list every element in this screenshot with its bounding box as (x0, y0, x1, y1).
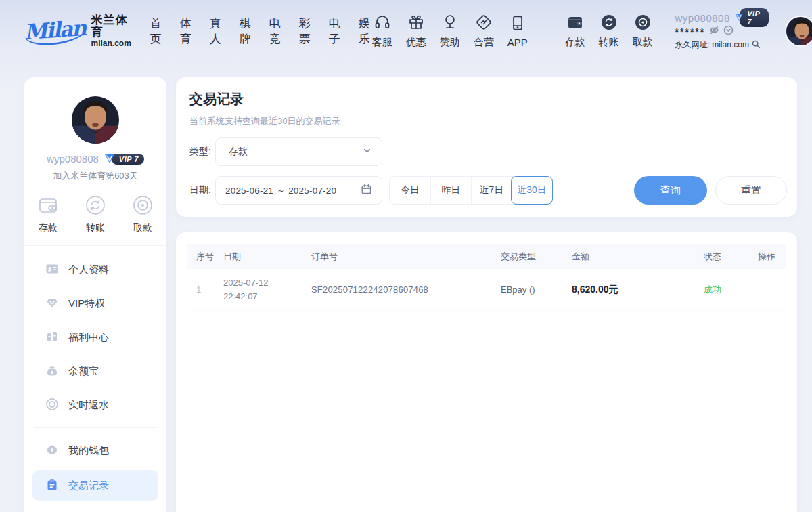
partnership-button[interactable]: 合营 (472, 14, 496, 49)
transfer-label: 转账 (599, 36, 619, 49)
nav-esports[interactable]: 电竞 (269, 16, 281, 47)
username: wyp080808 (675, 12, 730, 24)
brand-domain: milan.com (91, 39, 131, 48)
sidebar-divider (34, 427, 157, 428)
profile-avatar[interactable] (70, 95, 120, 145)
nav-sports[interactable]: 体育 (180, 16, 191, 47)
range-7days-button[interactable]: 近7日 (471, 177, 512, 204)
col-date: 日期 (214, 251, 302, 263)
row-time: 22:42:07 (223, 290, 302, 303)
sidebar-item-profile-label: 个人资料 (68, 263, 109, 276)
sidebar-item-vip[interactable]: VIP特权 (24, 286, 166, 320)
gem-badge-icon (45, 296, 59, 312)
masked-balance: ****** (675, 26, 706, 37)
range-today-button[interactable]: 今日 (390, 177, 430, 204)
withdraw-button[interactable]: 取款 (631, 14, 655, 49)
date-label: 日期: (189, 184, 215, 196)
query-button[interactable]: 查询 (634, 176, 707, 205)
page-title: 交易记录 (189, 90, 787, 108)
col-order-no: 订单号 (302, 251, 491, 263)
sidebar-deposit-label: 存款 (39, 222, 58, 234)
sidebar-deposit-button[interactable]: 存款 (24, 194, 72, 234)
join-days-text: 加入米兰体育第603天 (24, 170, 166, 182)
balance-dropdown-icon[interactable] (723, 25, 734, 38)
phone-icon (509, 14, 526, 34)
vip-gem-icon (734, 12, 744, 24)
sidebar-transfer-button[interactable]: 转账 (72, 194, 119, 234)
range-yesterday-button[interactable]: 昨日 (430, 177, 471, 204)
reset-button[interactable]: 重置 (715, 176, 787, 205)
date-range-input[interactable]: 2025-06-21 ~ 2025-07-20 (215, 176, 382, 205)
type-select-value: 存款 (229, 146, 248, 158)
permanent-url-label: 永久网址: milan.com (675, 39, 749, 51)
brand-logo[interactable]: Milan 米兰体育 milan.com (24, 14, 131, 49)
sidebar-item-profile[interactable]: 个人资料 (24, 253, 166, 286)
profile-name-row: wyp080808 VIP 7 (24, 153, 166, 165)
coin-outline-icon (132, 194, 154, 218)
col-type: 交易类型 (491, 251, 562, 263)
wallet-icon (566, 14, 584, 33)
deposit-button[interactable]: 存款 (563, 14, 587, 49)
sidebar-withdraw-button[interactable]: 取款 (119, 194, 166, 234)
promo-button[interactable]: 优惠 (404, 14, 428, 49)
nav-live[interactable]: 真人 (210, 16, 221, 47)
table-row: 1 2025-07-12 22:42:07 SF2025071222420786… (187, 269, 786, 311)
customer-service-button[interactable]: 客服 (370, 14, 394, 49)
brand-name-cn: 米兰体育 (91, 14, 131, 39)
sidebar-transfer-label: 转账 (86, 222, 105, 234)
sidebar-item-yuebao[interactable]: 余额宝 (24, 354, 166, 388)
eye-off-icon[interactable] (709, 25, 719, 38)
money-pot-icon (45, 364, 59, 379)
sidebar-item-transactions[interactable]: 交易记录 (32, 470, 158, 501)
date-filter-row: 日期: 2025-06-21 ~ 2025-07-20 今日 昨日 近7日 近3… (189, 176, 787, 205)
type-select[interactable]: 存款 (215, 137, 382, 166)
user-avatar[interactable] (785, 16, 812, 47)
sidebar-item-rebate[interactable]: 实时返水 (24, 388, 166, 422)
type-filter-row: 类型: 存款 (189, 137, 787, 166)
page: Milan 米兰体育 milan.com 首页 体育 真人 棋牌 电竞 彩票 电… (0, 0, 812, 512)
page-subtitle: 当前系统支持查询最近30日的交易记录 (189, 115, 787, 127)
transfer-button[interactable]: 转账 (597, 14, 621, 49)
wallet-outline-icon (37, 194, 59, 218)
nav-lottery[interactable]: 彩票 (299, 16, 311, 47)
headset-icon (374, 14, 391, 33)
profile-vip-gem-icon (103, 153, 116, 165)
sidebar-item-wallet[interactable]: 我的钱包 (24, 433, 166, 467)
transaction-table-card: 序号 日期 订单号 交易类型 金额 状态 操作 1 2025-07-12 22:… (176, 232, 797, 512)
nav-slots[interactable]: 电子 (329, 16, 340, 47)
sidebar-item-yuebao-label: 余额宝 (68, 365, 99, 378)
brand-logo-text: 米兰体育 milan.com (91, 14, 131, 49)
coin-icon (634, 14, 652, 33)
withdraw-label: 取款 (633, 36, 653, 49)
profile-username: wyp080808 (47, 153, 99, 165)
col-index: 序号 (187, 251, 214, 263)
quick-actions: 存款 转账 取款 (24, 194, 166, 246)
handshake-icon (475, 14, 493, 33)
main-nav: 首页 体育 真人 棋牌 电竞 彩票 电子 娱乐 (150, 16, 370, 47)
nav-home[interactable]: 首页 (150, 16, 162, 47)
sponsor-button[interactable]: 赞助 (438, 14, 462, 49)
row-date: 2025-07-12 (223, 276, 302, 290)
col-amount: 金额 (562, 251, 694, 263)
balance-row: ****** (675, 25, 769, 38)
nav-cards[interactable]: 棋牌 (240, 16, 251, 47)
row-status-badge: 成功 (694, 284, 748, 296)
permanent-url-row[interactable]: 永久网址: milan.com (675, 39, 769, 51)
quick-range-group: 今日 昨日 近7日 近30日 (389, 176, 553, 205)
sidebar-item-welfare[interactable]: 福利中心 (24, 320, 166, 354)
user-name-row[interactable]: wyp080808 VIP 7 (675, 12, 769, 24)
brand-logo-script: Milan (24, 16, 88, 47)
search-icon[interactable] (751, 39, 761, 51)
nav-entertainment[interactable]: 娱乐 (359, 16, 370, 47)
sidebar-menu: 个人资料 VIP特权 福利中心 余额宝 (24, 246, 166, 508)
col-action: 操作 (748, 251, 786, 263)
sidebar-item-transactions-label: 交易记录 (68, 479, 109, 492)
row-index: 1 (187, 284, 214, 295)
date-end-value: 2025-07-20 (288, 186, 336, 196)
app-download-button[interactable]: APP (505, 14, 530, 48)
range-30days-button[interactable]: 近30日 (511, 176, 553, 205)
app-download-label: APP (508, 37, 528, 48)
date-start-value: 2025-06-21 (225, 186, 273, 196)
sidebar-item-wallet-label: 我的钱包 (68, 444, 109, 457)
rebate-icon (45, 398, 59, 413)
